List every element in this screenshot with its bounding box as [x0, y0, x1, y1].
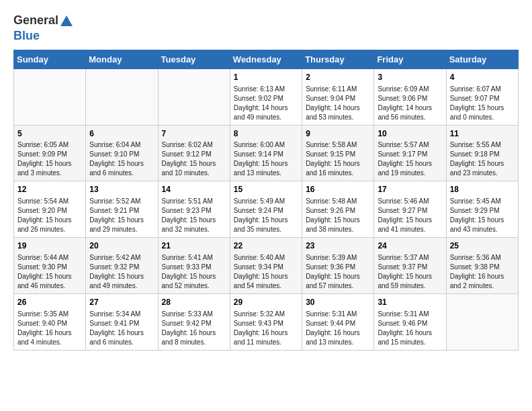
- calendar-cell: 15Sunrise: 5:49 AMSunset: 9:24 PMDayligh…: [230, 181, 302, 238]
- day-info: Sunset: 9:14 PM: [234, 150, 298, 159]
- day-info: Sunrise: 5:45 AM: [450, 197, 515, 206]
- calendar-table: SundayMondayTuesdayWednesdayThursdayFrid…: [13, 50, 519, 351]
- day-info: Daylight: 16 hours and 11 minutes.: [234, 328, 298, 347]
- day-info: Daylight: 15 hours and 41 minutes.: [378, 216, 442, 234]
- weekday-wednesday: Wednesday: [230, 50, 302, 68]
- day-info: Daylight: 15 hours and 54 minutes.: [234, 272, 298, 291]
- day-info: Daylight: 15 hours and 0 minutes.: [450, 103, 515, 122]
- day-number: 2: [306, 72, 370, 83]
- calendar-cell: 23Sunrise: 5:39 AMSunset: 9:36 PMDayligh…: [302, 238, 374, 294]
- day-info: Sunset: 9:41 PM: [89, 319, 154, 328]
- calendar-cell: 11Sunrise: 5:55 AMSunset: 9:18 PMDayligh…: [446, 125, 518, 181]
- weekday-saturday: Saturday: [446, 50, 518, 68]
- day-info: Sunset: 9:36 PM: [306, 263, 370, 272]
- day-info: Sunset: 9:30 PM: [17, 263, 82, 272]
- day-info: Sunset: 9:07 PM: [450, 94, 515, 103]
- day-number: 15: [234, 184, 298, 195]
- calendar-cell: 28Sunrise: 5:33 AMSunset: 9:42 PMDayligh…: [158, 293, 230, 350]
- logo-blue: Blue: [13, 29, 40, 42]
- calendar-cell: 10Sunrise: 5:57 AMSunset: 9:17 PMDayligh…: [374, 125, 446, 181]
- day-info: Sunset: 9:21 PM: [89, 206, 154, 216]
- day-number: 4: [450, 72, 515, 83]
- calendar-cell: 20Sunrise: 5:42 AMSunset: 9:32 PMDayligh…: [86, 238, 158, 294]
- day-info: Sunrise: 6:02 AM: [162, 140, 226, 150]
- day-info: Daylight: 16 hours and 4 minutes.: [17, 328, 82, 347]
- calendar-cell: 25Sunrise: 5:36 AMSunset: 9:38 PMDayligh…: [446, 238, 518, 294]
- day-info: Sunset: 9:17 PM: [378, 150, 442, 159]
- day-info: Sunrise: 6:04 AM: [89, 140, 154, 150]
- day-info: Sunrise: 5:55 AM: [450, 140, 515, 150]
- day-info: Daylight: 16 hours and 2 minutes.: [450, 272, 515, 291]
- day-info: Sunrise: 5:49 AM: [234, 197, 298, 206]
- day-info: Sunrise: 5:36 AM: [450, 253, 515, 263]
- weekday-tuesday: Tuesday: [158, 50, 230, 68]
- day-info: Daylight: 15 hours and 16 minutes.: [306, 159, 370, 178]
- week-row-1: 1Sunrise: 6:13 AMSunset: 9:02 PMDaylight…: [14, 68, 519, 125]
- day-info: Sunrise: 6:00 AM: [234, 140, 298, 150]
- day-number: 17: [378, 184, 442, 195]
- day-info: Sunrise: 6:11 AM: [306, 85, 370, 94]
- calendar-cell: 4Sunrise: 6:07 AMSunset: 9:07 PMDaylight…: [446, 68, 518, 125]
- week-row-3: 12Sunrise: 5:54 AMSunset: 9:20 PMDayligh…: [14, 181, 519, 238]
- week-row-2: 5Sunrise: 6:05 AMSunset: 9:09 PMDaylight…: [14, 125, 519, 181]
- calendar-cell: 26Sunrise: 5:35 AMSunset: 9:40 PMDayligh…: [14, 293, 86, 350]
- day-info: Daylight: 15 hours and 29 minutes.: [89, 216, 154, 234]
- calendar-cell: [86, 68, 158, 125]
- weekday-thursday: Thursday: [302, 50, 374, 68]
- day-info: Sunset: 9:20 PM: [17, 206, 82, 216]
- day-info: Sunset: 9:38 PM: [450, 263, 515, 272]
- day-info: Daylight: 15 hours and 26 minutes.: [17, 216, 82, 234]
- day-info: Daylight: 15 hours and 23 minutes.: [450, 159, 515, 178]
- day-info: Sunrise: 5:39 AM: [306, 253, 370, 263]
- calendar-cell: 22Sunrise: 5:40 AMSunset: 9:34 PMDayligh…: [230, 238, 302, 294]
- day-info: Sunrise: 5:52 AM: [89, 197, 154, 206]
- calendar-cell: 6Sunrise: 6:04 AMSunset: 9:10 PMDaylight…: [86, 125, 158, 181]
- day-info: Sunrise: 5:37 AM: [378, 253, 442, 263]
- day-info: Daylight: 16 hours and 13 minutes.: [306, 328, 370, 347]
- day-info: Sunset: 9:40 PM: [17, 319, 82, 328]
- day-info: Daylight: 15 hours and 57 minutes.: [306, 272, 370, 291]
- day-number: 22: [234, 240, 298, 252]
- day-number: 9: [306, 128, 370, 140]
- calendar-cell: 12Sunrise: 5:54 AMSunset: 9:20 PMDayligh…: [14, 181, 86, 238]
- svg-marker-0: [60, 15, 73, 26]
- day-number: 7: [162, 128, 226, 140]
- day-info: Sunset: 9:37 PM: [378, 263, 442, 272]
- day-info: Sunrise: 5:42 AM: [89, 253, 154, 263]
- day-info: Sunrise: 5:31 AM: [378, 310, 442, 319]
- calendar-cell: 7Sunrise: 6:02 AMSunset: 9:12 PMDaylight…: [158, 125, 230, 181]
- day-info: Sunset: 9:09 PM: [17, 150, 82, 159]
- calendar-cell: 3Sunrise: 6:09 AMSunset: 9:06 PMDaylight…: [374, 68, 446, 125]
- day-number: 6: [89, 128, 154, 140]
- day-info: Sunset: 9:02 PM: [234, 94, 298, 103]
- day-info: Sunrise: 5:46 AM: [378, 197, 442, 206]
- logo: General Blue: [13, 13, 75, 43]
- day-info: Sunset: 9:32 PM: [89, 263, 154, 272]
- day-number: 21: [162, 240, 226, 252]
- calendar-cell: 2Sunrise: 6:11 AMSunset: 9:04 PMDaylight…: [302, 68, 374, 125]
- day-info: Daylight: 15 hours and 32 minutes.: [162, 216, 226, 234]
- calendar-cell: [158, 68, 230, 125]
- calendar-cell: 18Sunrise: 5:45 AMSunset: 9:29 PMDayligh…: [446, 181, 518, 238]
- page-header: General Blue: [13, 13, 519, 43]
- calendar-cell: 24Sunrise: 5:37 AMSunset: 9:37 PMDayligh…: [374, 238, 446, 294]
- calendar-cell: 9Sunrise: 5:58 AMSunset: 9:15 PMDaylight…: [302, 125, 374, 181]
- day-info: Sunrise: 5:51 AM: [162, 197, 226, 206]
- calendar-cell: 1Sunrise: 6:13 AMSunset: 9:02 PMDaylight…: [230, 68, 302, 125]
- day-info: Sunrise: 5:34 AM: [89, 310, 154, 319]
- day-info: Sunrise: 5:58 AM: [306, 140, 370, 150]
- calendar-cell: 16Sunrise: 5:48 AMSunset: 9:26 PMDayligh…: [302, 181, 374, 238]
- day-info: Sunset: 9:46 PM: [378, 319, 442, 328]
- calendar-cell: 13Sunrise: 5:52 AMSunset: 9:21 PMDayligh…: [86, 181, 158, 238]
- day-info: Daylight: 16 hours and 15 minutes.: [378, 328, 442, 347]
- weekday-monday: Monday: [86, 50, 158, 68]
- day-number: 25: [450, 240, 515, 252]
- day-info: Sunset: 9:26 PM: [306, 206, 370, 216]
- day-info: Sunset: 9:34 PM: [234, 263, 298, 272]
- calendar-cell: 21Sunrise: 5:41 AMSunset: 9:33 PMDayligh…: [158, 238, 230, 294]
- day-info: Sunset: 9:29 PM: [450, 206, 515, 216]
- day-number: 26: [17, 297, 82, 308]
- day-number: 23: [306, 240, 370, 252]
- day-info: Sunrise: 5:32 AM: [234, 310, 298, 319]
- day-number: 5: [17, 128, 82, 140]
